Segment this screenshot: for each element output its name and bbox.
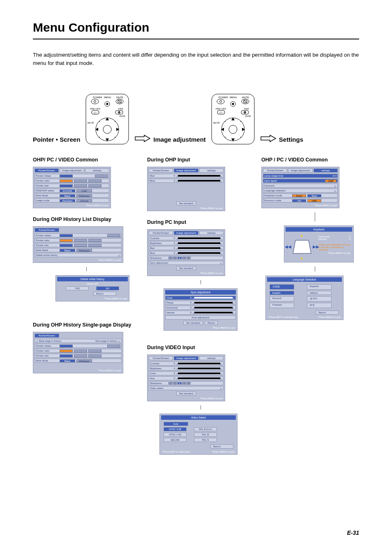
video-select-link[interactable]: Video select [150, 387, 164, 389]
auto-adj[interactable]: Auto adjustment [191, 316, 209, 319]
delete-history-title: Delete entire history [57, 277, 128, 281]
keystone-link[interactable]: Keystone [264, 184, 274, 187]
flow-label-pointer: Pointer • Screen [33, 136, 80, 147]
btn-set-standard-video[interactable]: Set standard [176, 391, 196, 396]
lang-fr[interactable]: Français [270, 303, 294, 308]
tab-image[interactable]: Image adjustment [60, 168, 84, 173]
panel-pointer-common: Pointer/Screen Image adjustment settings… [33, 167, 111, 208]
svg-point-31 [232, 103, 234, 105]
svg-text:◁—: ◁— [93, 111, 98, 114]
btn-set-standard-sync[interactable]: Set standard [183, 321, 203, 325]
back-page[interactable]: Back page in history [39, 340, 61, 342]
lbl-frzoff: FRZ OFF [90, 108, 101, 110]
svg-point-4 [106, 103, 108, 105]
lbl-frz: FRZ [118, 108, 123, 110]
row-mute-mode: Mute Mode [36, 194, 58, 197]
panel-image-pc: Pointer/ScreenImage adjustmentsettings C… [147, 229, 225, 276]
svg-text:KEYST: KEYST [213, 122, 220, 124]
svg-text:POWER: POWER [219, 96, 228, 99]
btn-set-standard-pc[interactable]: Set standard [176, 266, 196, 270]
tab-settings[interactable]: settings [85, 168, 109, 173]
opt-palm[interactable]: PAL M [194, 433, 217, 437]
svg-point-15 [103, 125, 111, 133]
svg-marker-56 [293, 240, 311, 253]
svg-text:MUTE: MUTE [242, 96, 249, 99]
next-page[interactable]: Next page in history [95, 340, 117, 342]
flow-label-image: Image adjustment [153, 136, 206, 147]
opt-ntsc358[interactable]: NTSC 3.58 [164, 427, 187, 431]
remote-2: POWERMENUMUTE FRZ OFFFRZ ◁— PNTRKEYSTSET [208, 92, 258, 147]
col-image: During OHP Input Pointer/ScreenImage adj… [147, 153, 254, 455]
delete-history-link[interactable]: Delete entire history [36, 254, 58, 256]
section-pointer-single: During OHP History Single-page Display [33, 322, 140, 328]
intro-text: The adjustment/setting items and content… [33, 51, 359, 67]
lang-de[interactable]: Deutsch [270, 296, 294, 301]
opt-palbghi[interactable]: PAL B,G,H,I [194, 427, 217, 431]
lamp-val: 0 H [333, 175, 337, 177]
btn-return-video[interactable]: Return [210, 444, 233, 449]
btn-set-standard[interactable]: Set standard [176, 201, 196, 205]
svg-point-23 [115, 137, 115, 138]
svg-point-2 [94, 101, 96, 103]
panel-image-ohp: Pointer/ScreenImage adjustmentsettings R… [147, 167, 225, 211]
opt-secam[interactable]: SECAM [164, 438, 187, 442]
svg-text:PNTR: PNTR [245, 115, 251, 117]
language-link[interactable]: Language selection [264, 189, 286, 192]
panel-image-video: Pointer/ScreenImage adjustmentsettings C… [147, 354, 225, 401]
footer-hint: *Press MENU to quit [35, 203, 109, 207]
row-lamp-time: Lamp usage time [264, 175, 297, 177]
lang-jp[interactable]: 日本語 [270, 284, 294, 290]
remote-1: POWER MENU MUTE FRZ OFF FRZ ◁— PNTR KEYS… [83, 92, 132, 147]
row-pointer-color: Pointer color [36, 179, 58, 182]
hint-switch: *Press SET to switch pict. [162, 451, 191, 453]
lbl-mute: MUTE [116, 96, 123, 99]
opt-ntsc443[interactable]: NTSC 4.43 [164, 433, 187, 437]
title-underline [33, 39, 359, 39]
arrow-1 [134, 135, 151, 142]
btn-return-lang[interactable]: Return [316, 311, 339, 315]
panel-pointer-single: Pointer/Screen ◁Back page in historyNext… [33, 332, 123, 373]
col-settings: OHP / PC / VIDEO Common Pointer/ScreenIm… [261, 153, 368, 320]
btn-return-sync[interactable]: Return [205, 321, 218, 325]
svg-text:FRZ: FRZ [244, 108, 249, 110]
panel-video-select: Video Select Auto NTSC 3.58 PAL B,G,H,I … [159, 414, 238, 455]
delete-all-q: Delete all? [57, 283, 128, 285]
lang-ko[interactable]: 한국어 [307, 296, 332, 301]
svg-point-52 [225, 121, 226, 122]
lbl-keyst: KEYST [88, 122, 94, 124]
lang-zh[interactable]: 中文 [307, 303, 332, 308]
lbl-menu: MENU [104, 96, 111, 99]
svg-text:FRZ OFF: FRZ OFF [216, 108, 226, 110]
row-image-mode: Image mode [36, 199, 58, 202]
row-projection: Projection mode [264, 194, 291, 197]
lang-en[interactable]: English [270, 291, 294, 295]
col-pointer: OHP/ PC / VIDEO Common Pointer/Screen Im… [33, 153, 140, 373]
sync-adj-link[interactable]: Sync adjustment [150, 262, 168, 264]
lbl-pntr: PNTR [120, 115, 125, 117]
panel-language: Language Selection 日本語 Español English I… [265, 276, 344, 320]
video-select-title: Video Select [161, 415, 236, 420]
btn-yes[interactable]: YES [66, 286, 89, 290]
panel-sync-adj: Sync adjustment Clock0◁▷ Phase0◁▷ Horizo… [164, 288, 238, 331]
input-val: OHP [325, 179, 337, 182]
btn-no[interactable]: NO [96, 286, 119, 290]
row-rgb-ohp: RGB/OHP select [36, 189, 58, 192]
svg-point-55 [240, 137, 241, 138]
lbl-power: POWER [93, 96, 102, 99]
arrow-2 [260, 135, 277, 142]
panel-delete-history: Delete entire history Delete all? YES NO… [55, 275, 129, 301]
lang-es[interactable]: Español [307, 284, 332, 290]
svg-text:MENU: MENU [230, 96, 237, 99]
tab-pointer[interactable]: Pointer/Screen [35, 168, 59, 173]
page-title: Menu Configuration [0, 0, 392, 37]
section-pointer-common: OHP/ PC / VIDEO Common [33, 157, 140, 163]
section-image-video: During VIDEO Input [147, 345, 254, 350]
opt-paln[interactable]: PAL N [194, 438, 217, 442]
svg-text:◁—: ◁— [219, 111, 224, 114]
lang-it[interactable]: Italiano [307, 291, 332, 295]
btn-return[interactable]: Return [93, 292, 116, 296]
svg-point-29 [219, 101, 221, 103]
panel-settings: Pointer/ScreenImage adjustmentsettings L… [261, 167, 339, 208]
section-image-pc: During PC Input [147, 219, 254, 225]
opt-auto[interactable]: Auto [164, 422, 188, 426]
